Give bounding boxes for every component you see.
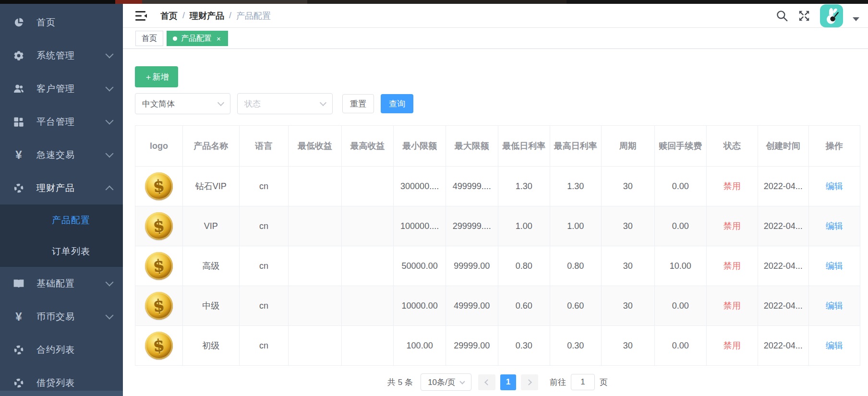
column-header: 语言 bbox=[239, 126, 289, 167]
page-size-select[interactable]: 10条/页 bbox=[421, 373, 471, 391]
cell-max_amount: 499999.... bbox=[446, 167, 498, 206]
cell-period: 30 bbox=[601, 206, 654, 246]
tab-1[interactable]: 产品配置× bbox=[167, 31, 228, 46]
sidebar-item-5[interactable]: 理财产品 bbox=[0, 171, 123, 204]
cell-created: 2022-04... bbox=[758, 326, 809, 366]
sidebar-item-8[interactable]: 合约列表 bbox=[0, 333, 123, 366]
sidebar-item-1[interactable]: 系统管理 bbox=[0, 39, 123, 72]
column-header: 周期 bbox=[601, 126, 654, 167]
status-badge: 禁用 bbox=[723, 301, 741, 311]
cell-redeem_fee: 0.00 bbox=[654, 206, 706, 246]
chevron-right-icon bbox=[526, 379, 532, 385]
cell-max_amount: 49999.00 bbox=[446, 286, 498, 326]
breadcrumb-item-1[interactable]: 理财产品 bbox=[190, 10, 224, 22]
cell-min_daily_rate: 1.30 bbox=[498, 167, 550, 206]
close-icon[interactable]: × bbox=[216, 35, 222, 42]
avatar[interactable] bbox=[820, 4, 843, 27]
page-1-button[interactable]: 1 bbox=[500, 374, 516, 390]
language-select-value: 中文简体 bbox=[142, 98, 218, 109]
goto-label: 前往 bbox=[550, 377, 566, 388]
sidebar-item-label: 理财产品 bbox=[36, 182, 107, 194]
cell-max_profit bbox=[341, 326, 394, 366]
sidebar-item-label: 客户管理 bbox=[36, 83, 107, 95]
sidebar-item-label: 基础配置 bbox=[36, 277, 107, 290]
page-unit-label: 页 bbox=[600, 377, 608, 388]
add-button[interactable]: ＋新增 bbox=[135, 66, 178, 87]
column-header: logo bbox=[135, 126, 183, 167]
breadcrumb-item-0[interactable]: 首页 bbox=[160, 10, 178, 22]
cell-redeem_fee: 0.00 bbox=[654, 167, 706, 206]
status-badge: 禁用 bbox=[723, 181, 741, 191]
page-size-value: 10条/页 bbox=[428, 377, 456, 388]
sidebar-item-2[interactable]: 客户管理 bbox=[0, 72, 123, 105]
column-header: 最低收益 bbox=[289, 126, 341, 167]
sidebar-clipped-item bbox=[0, 391, 123, 396]
sidebar-subitem-1[interactable]: 订单列表 bbox=[0, 236, 123, 267]
cell-logo bbox=[135, 286, 183, 326]
sidebar-subitem-label: 产品配置 bbox=[52, 214, 112, 227]
next-page-button[interactable] bbox=[521, 374, 538, 390]
tab-label: 产品配置 bbox=[181, 34, 212, 44]
prev-page-button[interactable] bbox=[478, 374, 495, 390]
query-button[interactable]: 查询 bbox=[381, 94, 413, 113]
sidebar-item-6[interactable]: 基础配置 bbox=[0, 267, 123, 300]
edit-link[interactable]: 编辑 bbox=[826, 221, 843, 231]
edit-link[interactable]: 编辑 bbox=[826, 261, 843, 271]
sidebar: 首页系统管理客户管理平台管理¥急速交易理财产品产品配置订单列表基础配置¥币币交易… bbox=[0, 4, 123, 396]
table-row: 钻石VIPcn300000....499999....1.301.30300.0… bbox=[135, 167, 860, 206]
cell-logo bbox=[135, 246, 183, 286]
cell-action: 编辑 bbox=[808, 167, 860, 206]
cell-action: 编辑 bbox=[808, 286, 860, 326]
column-header: 操作 bbox=[808, 126, 860, 167]
yen-icon: ¥ bbox=[12, 149, 25, 161]
tab-0[interactable]: 首页 bbox=[135, 31, 163, 46]
app-window: 首页系统管理客户管理平台管理¥急速交易理财产品产品配置订单列表基础配置¥币币交易… bbox=[0, 0, 868, 396]
table-row: 中级cn10000.0049999.000.600.60300.00禁用2022… bbox=[135, 286, 860, 326]
column-header: 最高日利率 bbox=[550, 126, 601, 167]
collapse-sidebar-icon[interactable] bbox=[135, 11, 147, 21]
cell-max_daily_rate: 1.30 bbox=[550, 167, 601, 206]
coin-logo-icon bbox=[145, 332, 173, 360]
cell-created: 2022-04... bbox=[758, 286, 809, 326]
table-header-row: logo产品名称语言最低收益最高收益最小限额最大限额最低日利率最高日利率周期赎回… bbox=[135, 126, 860, 167]
chevron-down-icon bbox=[106, 50, 114, 59]
sidebar-item-3[interactable]: 平台管理 bbox=[0, 105, 123, 138]
cell-max_daily_rate: 0.60 bbox=[550, 286, 601, 326]
cell-lang: cn bbox=[239, 206, 289, 246]
edit-link[interactable]: 编辑 bbox=[826, 181, 843, 191]
language-select[interactable]: 中文简体 bbox=[135, 93, 230, 114]
cell-max_profit bbox=[341, 286, 394, 326]
status-select[interactable]: 状态 bbox=[237, 93, 333, 114]
cell-name: 钻石VIP bbox=[182, 167, 239, 206]
cell-lang: cn bbox=[239, 167, 289, 206]
search-icon[interactable] bbox=[776, 10, 788, 22]
goto-page-input[interactable] bbox=[571, 374, 595, 390]
sidebar-item-0[interactable]: 首页 bbox=[0, 6, 123, 39]
cell-created: 2022-04... bbox=[758, 167, 809, 206]
cell-max_daily_rate: 0.80 bbox=[550, 246, 601, 286]
topbar: 首页/理财产品/产品配置 bbox=[123, 4, 868, 28]
fullscreen-icon[interactable] bbox=[798, 10, 810, 22]
sidebar-item-7[interactable]: ¥币币交易 bbox=[0, 300, 123, 333]
sidebar-item-label: 系统管理 bbox=[36, 49, 107, 62]
tab-label: 首页 bbox=[142, 34, 157, 44]
status-badge: 禁用 bbox=[723, 221, 741, 231]
cell-name: 中级 bbox=[182, 286, 239, 326]
cell-min_profit bbox=[289, 326, 341, 366]
edit-link[interactable]: 编辑 bbox=[826, 341, 843, 350]
cell-max_daily_rate: 1.00 bbox=[550, 206, 601, 246]
sidebar-item-label: 首页 bbox=[36, 16, 112, 29]
chevron-left-icon bbox=[484, 379, 491, 385]
reset-button[interactable]: 重置 bbox=[342, 94, 374, 113]
sidebar-item-label: 急速交易 bbox=[36, 149, 107, 161]
user-menu-caret-icon[interactable] bbox=[853, 17, 859, 21]
sidebar-item-label: 合约列表 bbox=[36, 344, 112, 356]
column-header: 创建时间 bbox=[758, 126, 809, 167]
cell-name: VIP bbox=[182, 206, 239, 246]
cell-lang: cn bbox=[239, 286, 289, 326]
cell-status: 禁用 bbox=[706, 167, 758, 206]
sidebar-item-4[interactable]: ¥急速交易 bbox=[0, 138, 123, 171]
edit-link[interactable]: 编辑 bbox=[826, 301, 843, 311]
sidebar-subitem-0[interactable]: 产品配置 bbox=[0, 204, 123, 236]
sidebar-item-9[interactable]: 借贷列表 bbox=[0, 366, 123, 391]
